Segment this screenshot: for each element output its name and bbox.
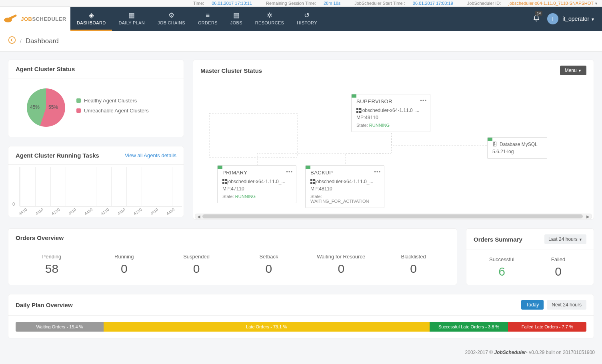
windows-icon xyxy=(310,179,315,184)
back-button[interactable] xyxy=(8,36,16,46)
overview-cell: Suspended0 xyxy=(160,254,233,276)
avatar[interactable]: I xyxy=(547,13,558,24)
orders-overview-card: Orders Overview Pending58Running0Suspend… xyxy=(8,228,457,285)
agent-cluster-status-card: Agent Cluster Status 45% 55% Healthy Age… xyxy=(8,60,184,137)
scroll-right-icon[interactable]: ▶ xyxy=(584,214,592,219)
node-menu-button[interactable]: ••• xyxy=(420,98,427,104)
node-menu-button[interactable]: ••• xyxy=(374,169,381,175)
horizontal-scrollbar[interactable]: ◀ ▶ xyxy=(195,214,592,219)
overview-cell: Pending58 xyxy=(16,254,88,276)
orders-icon: ≡ xyxy=(206,12,210,20)
overview-cell: Blacklisted0 xyxy=(377,254,450,276)
caret-down-icon: ▼ xyxy=(591,17,595,22)
nav-dashboard[interactable]: ◈DASHBOARD xyxy=(70,7,112,31)
status-bar: Time: 06.01.2017 17:13:11 Remaining Sess… xyxy=(0,0,602,7)
notification-badge: 14 xyxy=(535,11,542,16)
svg-rect-2 xyxy=(209,113,297,157)
brand-logo[interactable]: JOBSCHEDULER xyxy=(0,7,70,31)
windows-icon xyxy=(356,108,361,113)
bell-icon xyxy=(533,15,540,22)
node-supervisor[interactable]: SUPERVISOR••• jobscheduler-x64-1.11.0_..… xyxy=(351,94,430,132)
master-menu-button[interactable]: Menu ▼ xyxy=(560,66,586,75)
caret-down-icon: ▼ xyxy=(579,238,582,242)
summary-failed: Failed0 xyxy=(530,256,586,278)
dp-segment[interactable]: Successful Late Orders - 3.8 % xyxy=(430,322,508,332)
top-nav: JOBSCHEDULER ◈DASHBOARD ▦DAILY PLAN ⚙JOB… xyxy=(0,7,602,31)
notifications-button[interactable]: 14 xyxy=(533,15,540,23)
calendar-icon: ▦ xyxy=(128,11,135,20)
master-cluster-card: Master Cluster Status Menu ▼ SUPERVISOR•… xyxy=(193,60,594,220)
nav-history[interactable]: ↺HISTORY xyxy=(290,7,324,31)
dp-segment[interactable]: Failed Late Orders - 7.7 % xyxy=(508,322,586,332)
link-icon: ⚙ xyxy=(168,11,174,20)
database-icon: 🗄 xyxy=(492,142,497,147)
running-tasks-card: Agent Cluster Running Tasks View all Age… xyxy=(8,146,184,217)
scheduler-id-link[interactable]: jobscheduler-x64-1.11.0_7110-SNAPSHOT xyxy=(508,1,594,6)
jobs-icon: ▤ xyxy=(233,11,240,20)
footer: 2002-2017 © JobScheduler- v0.0.29 built … xyxy=(0,346,602,358)
nav-jobs[interactable]: ▤JOBS xyxy=(224,7,249,31)
user-menu[interactable]: it_operator ▼ xyxy=(562,16,595,22)
windows-icon xyxy=(222,179,227,184)
breadcrumb: / Dashboard xyxy=(0,31,602,52)
overview-cell: Waiting for Resource0 xyxy=(305,254,377,276)
summary-successful: Successful6 xyxy=(474,256,530,278)
gauge-icon: ◈ xyxy=(89,11,94,20)
caret-down-icon: ▼ xyxy=(578,69,582,73)
share-icon: ✲ xyxy=(267,11,272,20)
nav-daily-plan[interactable]: ▦DAILY PLAN xyxy=(112,7,151,31)
svg-point-1 xyxy=(9,37,16,44)
node-database[interactable]: 🗄Database MySQL 5.6.21-log xyxy=(487,137,547,159)
view-agents-link[interactable]: View all Agents details xyxy=(125,152,176,158)
overview-cell: Running0 xyxy=(88,254,160,276)
history-icon: ↺ xyxy=(304,11,310,20)
daily-plan-bar: Waiting Orders - 15.4 %Late Orders - 73.… xyxy=(16,322,586,332)
orders-summary-card: Orders Summary Last 24 hours ▼ Successfu… xyxy=(466,228,594,285)
next24-button[interactable]: Next 24 hours xyxy=(547,300,586,310)
agent-status-pie: 45% 55% xyxy=(27,88,65,127)
running-tasks-plot xyxy=(20,167,182,206)
nav-resources[interactable]: ✲RESOURCES xyxy=(249,7,290,31)
node-backup[interactable]: BACKUP••• jobscheduler-x64-1.11.0_... MP… xyxy=(305,165,384,208)
page-title: Dashboard xyxy=(26,37,59,45)
scroll-left-icon[interactable]: ◀ xyxy=(195,214,202,219)
summary-range-dropdown[interactable]: Last 24 hours ▼ xyxy=(544,234,586,244)
node-menu-button[interactable]: ••• xyxy=(286,169,293,175)
scroll-thumb[interactable] xyxy=(202,214,583,218)
node-primary[interactable]: PRIMARY••• jobscheduler-x64-1.11.0_... M… xyxy=(217,165,296,203)
legend-healthy[interactable]: Healthy Agent Clusters xyxy=(76,98,149,104)
nav-job-chains[interactable]: ⚙JOB CHAINS xyxy=(151,7,192,31)
dp-segment[interactable]: Late Orders - 73.1 % xyxy=(104,322,430,332)
daily-plan-card: Daily Plan Overview Today Next 24 hours … xyxy=(8,294,594,338)
legend-unreachable[interactable]: Unreachable Agent Clusters xyxy=(76,108,149,114)
arrow-left-circle-icon xyxy=(8,36,16,44)
nav-orders[interactable]: ≡ORDERS xyxy=(192,7,224,31)
dp-segment[interactable]: Waiting Orders - 15.4 % xyxy=(16,322,104,332)
overview-cell: Setback0 xyxy=(232,254,305,276)
today-button[interactable]: Today xyxy=(521,300,544,310)
